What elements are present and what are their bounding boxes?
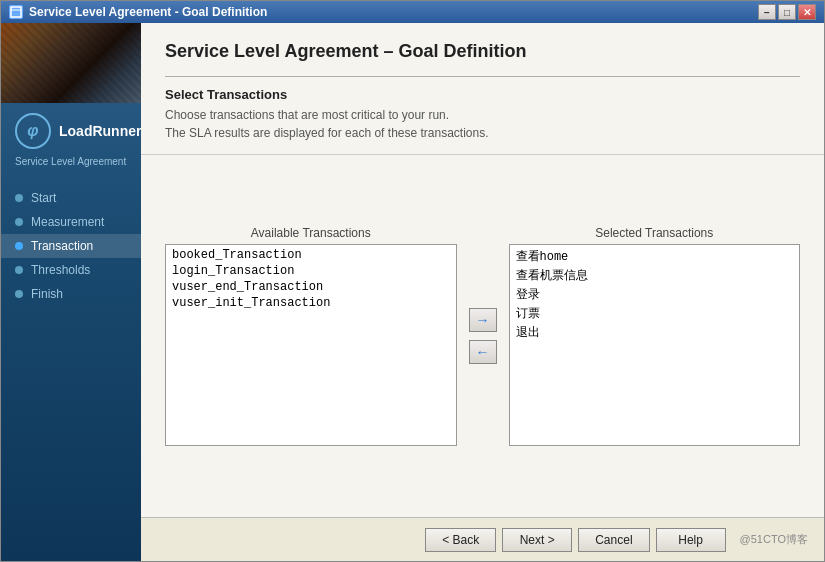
main-panel: Service Level Agreement – Goal Definitio… [141, 23, 824, 561]
list-item[interactable]: 查看机票信息 [512, 266, 798, 285]
nav-label-thresholds: Thresholds [31, 263, 90, 277]
maximize-button[interactable]: □ [778, 4, 796, 20]
brand-subtitle: Service Level Agreement [1, 155, 141, 178]
description-line1: Choose transactions that are most critic… [165, 106, 800, 124]
available-transactions-list[interactable]: booked_Transaction login_Transaction vus… [165, 244, 457, 446]
back-button[interactable]: < Back [425, 528, 496, 552]
nav-dot-start [15, 194, 23, 202]
panel-title: Service Level Agreement – Goal Definitio… [165, 41, 800, 62]
sidebar-item-thresholds[interactable]: Thresholds [1, 258, 141, 282]
title-bar: Service Level Agreement - Goal Definitio… [1, 1, 824, 23]
transfer-container: Available Transactions booked_Transactio… [165, 171, 800, 501]
window-title: Service Level Agreement - Goal Definitio… [29, 5, 267, 19]
nav-label-finish: Finish [31, 287, 63, 301]
sidebar-nav: Start Measurement Transaction Thresholds… [1, 178, 141, 314]
selected-transactions-list[interactable]: 查看home 查看机票信息 登录 订票 退出 [509, 244, 801, 446]
sidebar: φ LoadRunner Service Level Agreement Sta… [1, 23, 141, 561]
selected-transactions-wrapper: Selected Transactions 查看home 查看机票信息 登录 订… [509, 226, 801, 446]
move-left-button[interactable]: ← [469, 340, 497, 364]
sidebar-logo-area: φ LoadRunner [1, 103, 141, 155]
list-item[interactable]: vuser_end_Transaction [168, 279, 454, 295]
watermark: @51CTO博客 [740, 532, 808, 547]
transfer-buttons: → ← [469, 308, 497, 364]
move-right-button[interactable]: → [469, 308, 497, 332]
panel-header: Service Level Agreement – Goal Definitio… [141, 23, 824, 155]
hp-logo-icon: φ [15, 113, 51, 149]
window-icon [9, 5, 23, 19]
minimize-button[interactable]: − [758, 4, 776, 20]
sidebar-item-transaction[interactable]: Transaction [1, 234, 141, 258]
section-title: Select Transactions [165, 87, 800, 102]
nav-label-start: Start [31, 191, 56, 205]
sidebar-image [1, 23, 141, 103]
nav-label-transaction: Transaction [31, 239, 93, 253]
cancel-button[interactable]: Cancel [578, 528, 649, 552]
list-item[interactable]: 查看home [512, 247, 798, 266]
nav-dot-thresholds [15, 266, 23, 274]
list-item[interactable]: booked_Transaction [168, 247, 454, 263]
available-transactions-wrapper: Available Transactions booked_Transactio… [165, 226, 457, 446]
content-area: φ LoadRunner Service Level Agreement Sta… [1, 23, 824, 561]
svg-rect-0 [11, 7, 21, 17]
help-button[interactable]: Help [656, 528, 726, 552]
nav-dot-measurement [15, 218, 23, 226]
list-item[interactable]: vuser_init_Transaction [168, 295, 454, 311]
footer: < Back Next > Cancel Help @51CTO博客 [141, 517, 824, 561]
sidebar-item-start[interactable]: Start [1, 186, 141, 210]
close-button[interactable]: ✕ [798, 4, 816, 20]
selected-label: Selected Transactions [509, 226, 801, 240]
list-item[interactable]: login_Transaction [168, 263, 454, 279]
available-label: Available Transactions [165, 226, 457, 240]
header-divider [165, 76, 800, 77]
next-button[interactable]: Next > [502, 528, 572, 552]
list-item[interactable]: 订票 [512, 304, 798, 323]
main-window: Service Level Agreement - Goal Definitio… [0, 0, 825, 562]
window-controls: − □ ✕ [758, 4, 816, 20]
nav-label-measurement: Measurement [31, 215, 104, 229]
nav-dot-finish [15, 290, 23, 298]
nav-dot-transaction [15, 242, 23, 250]
list-item[interactable]: 退出 [512, 323, 798, 342]
sidebar-item-measurement[interactable]: Measurement [1, 210, 141, 234]
brand-name: LoadRunner [59, 123, 141, 140]
description-line2: The SLA results are displayed for each o… [165, 124, 800, 142]
sidebar-item-finish[interactable]: Finish [1, 282, 141, 306]
panel-body: Available Transactions booked_Transactio… [141, 155, 824, 517]
list-item[interactable]: 登录 [512, 285, 798, 304]
